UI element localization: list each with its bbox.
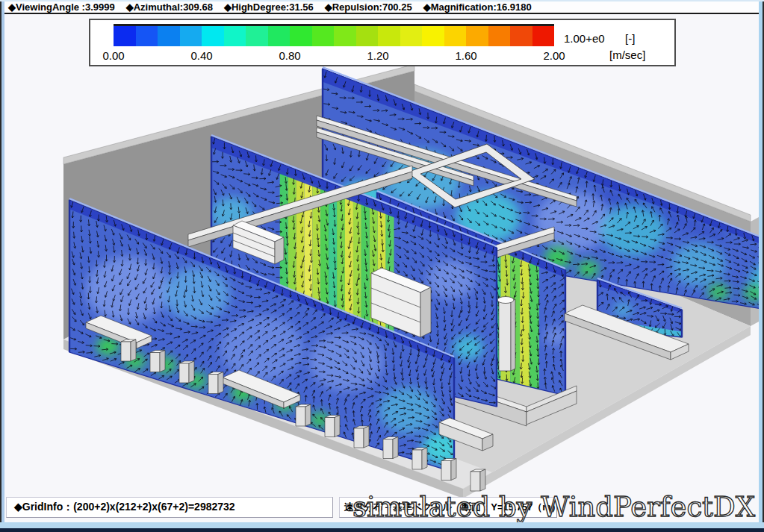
legend-tick: 2.00: [543, 49, 565, 62]
legend-colorbar: [114, 24, 554, 46]
view-parameter: ◆Repulsion:700.25: [325, 1, 412, 13]
view-parameters-bar: ◆ViewingAngle :3.9999◆Azimuthal:309.68◆H…: [4, 1, 760, 14]
colorbar-segment: [400, 26, 423, 46]
colorbar-segment: [158, 26, 180, 46]
colorbar-segment: [136, 26, 158, 46]
application-window: ◆ViewingAngle :3.9999◆Azimuthal:309.68◆H…: [0, 0, 764, 532]
colorbar-segment: [378, 26, 400, 46]
colorbar-segment: [180, 26, 202, 46]
window-border-top: [0, 0, 764, 1]
legend-reference-unit: [-]: [625, 32, 635, 45]
colorbar-segment: [532, 26, 555, 46]
grid-info-box: ◆GridInfo：(200+2)x(212+2)x(67+2)=2982732: [6, 497, 333, 518]
colorbar-segment: [510, 26, 532, 46]
colorbar-segment: [334, 26, 356, 46]
legend-tick: 1.20: [367, 49, 388, 62]
view-parameter: ◆Magnification:16.9180: [423, 1, 532, 13]
colorbar-segment: [356, 26, 379, 46]
legend-tick: 0.40: [190, 49, 212, 62]
colorbar-segment: [290, 26, 312, 46]
view-parameter: ◆Azimuthal:309.68: [126, 1, 213, 13]
watermark-text: simulated by WindPerfectDX: [353, 492, 755, 522]
view-parameter: ◆HighDegree:31.56: [224, 1, 314, 13]
colorbar-segment: [488, 26, 511, 46]
colorbar-segment: [202, 26, 224, 46]
window-border-left: [0, 0, 4, 532]
velocity-legend: 0.000.400.801.201.602.00 1.00+e0 [-] [m/…: [89, 19, 676, 66]
colorbar-segment: [312, 26, 335, 46]
view-parameter: ◆ViewingAngle :3.9999: [8, 1, 115, 13]
colorbar-segment: [268, 26, 291, 46]
colorbar-segment: [246, 26, 268, 46]
colorbar-segment: [466, 26, 488, 46]
grid-info-text: ◆GridInfo：(200+2)x(212+2)x(67+2)=2982732: [14, 501, 235, 514]
legend-tick: 0.00: [102, 49, 124, 62]
colorbar-segment: [224, 26, 246, 46]
colorbar-segment: [114, 26, 136, 46]
legend-tick: 0.80: [279, 49, 300, 62]
legend-unit-label: [m/sec]: [609, 48, 645, 61]
window-border-right: [759, 0, 764, 532]
window-border-bottom: [0, 522, 764, 532]
scene-3d-view[interactable]: [0, 0, 764, 532]
legend-tick: 1.60: [455, 49, 476, 62]
colorbar-segment: [444, 26, 467, 46]
colorbar-segment: [422, 26, 444, 46]
legend-reference-value: 1.00+e0: [564, 32, 605, 45]
